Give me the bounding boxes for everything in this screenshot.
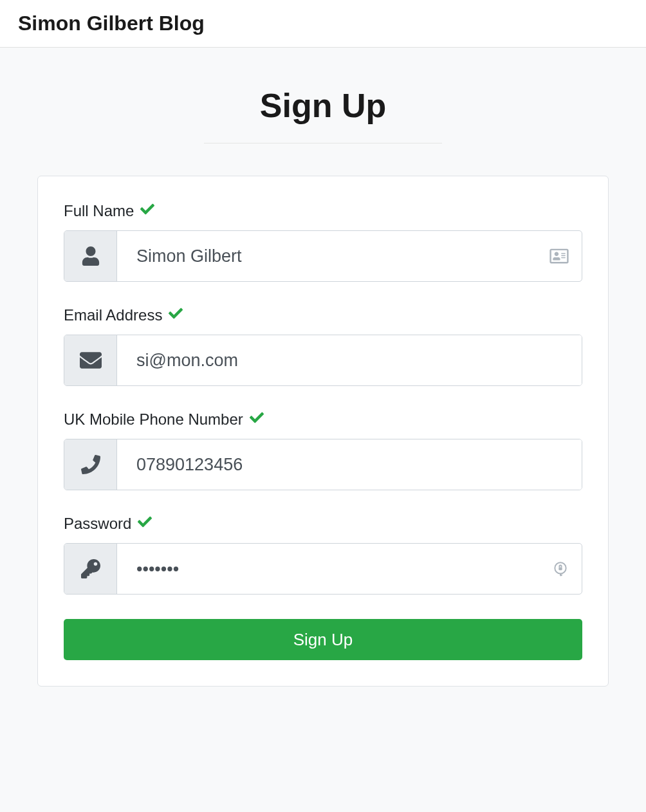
svg-rect-1: [558, 567, 562, 570]
form-group-phone: UK Mobile Phone Number: [64, 411, 582, 490]
phone-label-text: UK Mobile Phone Number: [64, 411, 243, 429]
form-group-fullname: Full Name: [64, 202, 582, 282]
check-icon: [138, 515, 152, 533]
page-header: Sign Up: [13, 86, 633, 143]
navbar-brand[interactable]: Simon Gilbert Blog: [18, 12, 628, 35]
envelope-icon: [64, 335, 117, 385]
email-label-text: Email Address: [64, 306, 162, 324]
phone-label: UK Mobile Phone Number: [64, 411, 582, 429]
user-icon: [64, 231, 117, 281]
check-icon: [169, 306, 183, 324]
phone-icon: [64, 439, 117, 490]
check-icon: [140, 202, 154, 220]
fullname-label-text: Full Name: [64, 202, 134, 220]
key-icon: [64, 544, 117, 594]
email-input-group: [64, 335, 582, 386]
signup-card: Full Name Email Address: [37, 176, 609, 687]
form-group-password: Password: [64, 515, 582, 595]
phone-input[interactable]: [117, 439, 582, 490]
password-label-text: Password: [64, 515, 131, 533]
form-group-email: Email Address: [64, 306, 582, 386]
lock-circle-icon[interactable]: [552, 544, 582, 594]
password-label: Password: [64, 515, 582, 533]
email-input[interactable]: [117, 335, 582, 385]
signup-button[interactable]: Sign Up: [64, 619, 582, 660]
email-label: Email Address: [64, 306, 582, 324]
phone-input-group: [64, 439, 582, 490]
fullname-input-group: [64, 230, 582, 282]
password-input[interactable]: [117, 544, 552, 594]
password-input-group: [64, 543, 582, 595]
fullname-label: Full Name: [64, 202, 582, 220]
id-card-icon: [549, 231, 582, 281]
check-icon: [250, 411, 264, 429]
page-title: Sign Up: [204, 86, 442, 143]
navbar: Simon Gilbert Blog: [0, 0, 646, 48]
fullname-input[interactable]: [117, 231, 549, 281]
